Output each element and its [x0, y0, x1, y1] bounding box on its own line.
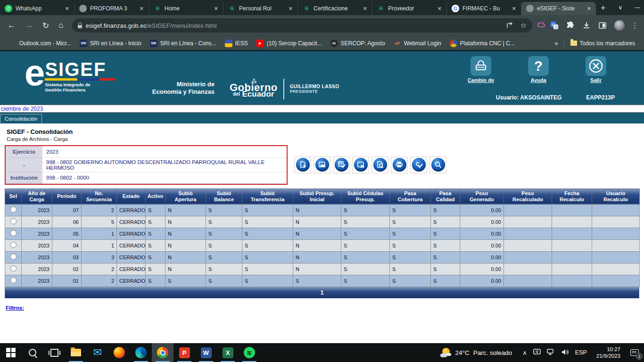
table-cell: 2023	[22, 216, 52, 228]
notification-center-button[interactable]: 2	[625, 343, 644, 362]
browser-tab[interactable]: eSIGEF - Siste✕	[521, 2, 596, 15]
page-number[interactable]: 1	[321, 289, 324, 296]
action-label[interactable]: Salir	[576, 77, 616, 83]
clock[interactable]: 10:27 21/9/2023	[592, 346, 625, 359]
filters-link[interactable]: Filtros:	[6, 305, 24, 311]
download-icon[interactable]	[579, 21, 594, 30]
tab-consolidacion[interactable]: Consolidación	[0, 114, 42, 123]
cambio-de-contraseña-button[interactable]: Cambio deContraseña	[461, 56, 501, 83]
address-bar[interactable]: esigef.finanzas.gob.ec/eSIGEF/menu/index…	[72, 18, 532, 33]
task-view-button[interactable]	[43, 343, 65, 362]
approve-button[interactable]: C	[410, 156, 427, 173]
salir-button[interactable]: Salir	[576, 56, 616, 83]
tab-close-icon[interactable]: ✕	[64, 6, 70, 12]
language-indicator[interactable]: ESP	[575, 349, 587, 356]
bookmark-item[interactable]: cPWebmail Login	[389, 40, 446, 47]
share-icon[interactable]	[506, 21, 514, 30]
table-cell: 2023	[22, 228, 52, 239]
browser-tab[interactable]: PROFORMA 3✕	[74, 2, 149, 15]
side-panel-icon[interactable]	[595, 21, 610, 30]
help-icon[interactable]: ?	[528, 56, 549, 76]
row-select-radio[interactable]	[10, 277, 17, 283]
action-label[interactable]: Cambio deContraseña	[461, 77, 501, 83]
edge-icon[interactable]	[130, 343, 152, 362]
row-select-radio[interactable]	[10, 206, 17, 213]
delete-record-button[interactable]	[352, 156, 369, 173]
bookmark-item[interactable]: SRISRI en Línea - Cons...	[146, 40, 221, 47]
spotify-icon[interactable]: ≋	[239, 343, 260, 362]
browser-menu-icon[interactable]: ⋮	[629, 21, 640, 30]
bookmarks-overflow-icon[interactable]: »	[551, 40, 561, 47]
tab-close-icon[interactable]: ✕	[511, 6, 517, 12]
new-document-button[interactable]	[294, 156, 311, 173]
chrome-icon[interactable]	[152, 343, 173, 362]
home-button[interactable]: ⌂	[55, 21, 67, 30]
extensions-icon[interactable]	[563, 21, 578, 30]
row-select-radio[interactable]	[10, 265, 17, 272]
new-tab-button[interactable]: +	[596, 3, 612, 15]
tab-close-icon[interactable]: ✕	[586, 6, 592, 12]
search-button[interactable]	[429, 156, 446, 173]
translate-icon[interactable]: G文	[547, 21, 561, 30]
browser-tab[interactable]: ✳Home✕	[149, 2, 223, 15]
bookmark-item[interactable]: mSERCOP: Agosto	[326, 40, 389, 47]
reload-button[interactable]: ↻	[39, 21, 53, 31]
grid-validate-button[interactable]	[333, 156, 350, 173]
bookmark-star-icon[interactable]: ☆	[520, 21, 527, 30]
start-button[interactable]	[0, 343, 22, 362]
tab-close-icon[interactable]: ✕	[213, 6, 219, 12]
weather-icon	[440, 348, 452, 357]
mail-icon[interactable]: ✉	[87, 343, 108, 362]
excel-icon[interactable]: X	[217, 343, 239, 362]
tab-close-icon[interactable]: ✕	[139, 6, 145, 12]
weather-widget[interactable]: 24°C Parc. soleado	[435, 348, 518, 357]
row-select-radio[interactable]	[10, 254, 17, 260]
secure-lock-icon[interactable]	[78, 25, 82, 28]
pdf-xchange-icon[interactable]: P	[173, 343, 195, 362]
all-bookmarks-button[interactable]: Todos los marcadores	[566, 40, 639, 47]
tab-close-icon[interactable]: ✕	[437, 6, 443, 12]
bookmark-item[interactable]: Plataforma CNC | C...	[446, 40, 519, 47]
action-label[interactable]: Ayuda	[519, 77, 558, 83]
bookmark-item[interactable]: IESS	[221, 40, 252, 47]
row-select-radio[interactable]	[10, 218, 17, 224]
save-record-button[interactable]	[314, 156, 330, 173]
minimize-icon[interactable]: —	[628, 0, 644, 15]
bookmark-item[interactable]: SRISRI en Línea - Inicio	[75, 40, 146, 47]
row-select-radio[interactable]	[10, 230, 17, 236]
tab-close-icon[interactable]: ✕	[288, 6, 294, 12]
exit-icon[interactable]	[586, 56, 606, 76]
google-favicon: G	[452, 5, 459, 12]
browser-tab[interactable]: ✳Proveedor✕	[372, 2, 447, 15]
file-explorer-icon[interactable]	[65, 343, 87, 362]
weather-extension-icon[interactable]	[537, 21, 545, 30]
browser-tab[interactable]: ✳Personal Rol✕	[223, 2, 298, 15]
bookmark-item[interactable]: Outlook.com - Micr...	[5, 40, 75, 47]
ayuda-button[interactable]: ?Ayuda	[519, 56, 558, 83]
meet-now-icon[interactable]	[533, 349, 541, 357]
preview-document-button[interactable]	[372, 156, 388, 173]
search-button[interactable]	[22, 343, 43, 362]
network-icon[interactable]	[547, 349, 555, 357]
row-select-radio[interactable]	[10, 242, 17, 248]
pagination-bar[interactable]: 1	[5, 287, 639, 298]
bookmark-item[interactable]: (10) Sercop Capacit...	[252, 40, 326, 47]
word-icon[interactable]: W	[195, 343, 217, 362]
key-form-label: Institución	[6, 172, 42, 183]
tab-search-icon[interactable]: ∨	[612, 0, 629, 15]
table-cell: S	[390, 239, 431, 251]
tray-expand-icon[interactable]: ∧	[522, 349, 527, 356]
print-button[interactable]	[391, 156, 408, 173]
forward-button[interactable]: →	[21, 21, 37, 30]
profile-avatar[interactable]	[611, 20, 627, 31]
back-button[interactable]: ←	[4, 21, 19, 30]
browser-tab[interactable]: GFIRMAEC - Bu✕	[447, 2, 521, 15]
firefox-icon[interactable]	[108, 343, 130, 362]
password-lock-icon[interactable]	[471, 56, 491, 76]
table-cell: N	[293, 204, 341, 216]
tab-close-icon[interactable]: ✕	[362, 6, 368, 12]
browser-tab[interactable]: ✆WhatsApp✕	[0, 2, 74, 15]
print-icon	[393, 158, 406, 172]
browser-tab[interactable]: ✳Certificacione✕	[298, 2, 372, 15]
volume-icon[interactable]	[561, 349, 569, 357]
